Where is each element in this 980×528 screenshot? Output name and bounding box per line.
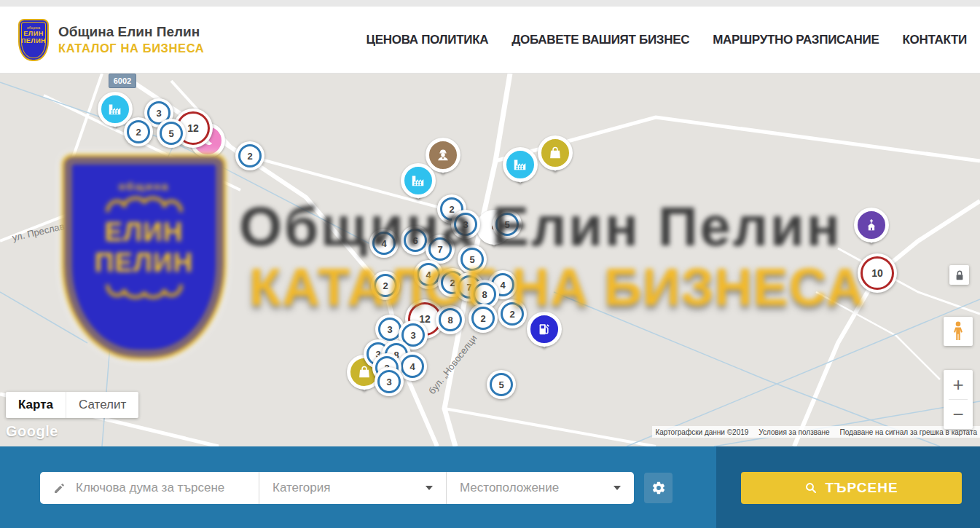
- cluster-count: 5: [498, 379, 503, 390]
- church-icon: [863, 217, 879, 233]
- zoom-in-button[interactable]: +: [944, 370, 973, 399]
- map-cluster[interactable]: 2: [469, 304, 498, 333]
- map-type-map-button[interactable]: Карта: [6, 392, 66, 418]
- attribution-terms-link[interactable]: Условия за ползване: [758, 428, 829, 436]
- site-title: Община Елин Пелин: [58, 23, 204, 41]
- map-attribution: Картографски данни ©2019 Условия за полз…: [652, 426, 980, 438]
- cluster-count: 3: [463, 219, 468, 230]
- advanced-search-button[interactable]: [644, 473, 673, 503]
- logo-line1: ЕЛИН: [20, 30, 47, 37]
- map-type-control: Карта Сателит: [6, 392, 138, 418]
- zoom-out-button[interactable]: −: [944, 400, 973, 429]
- brand-text: Община Елин Пелин КАТАЛОГ НА БИЗНЕСА: [58, 23, 204, 56]
- map-cluster[interactable]: 5: [493, 210, 522, 239]
- lock-icon: [954, 269, 965, 281]
- nav-add-business[interactable]: ДОБАВЕТЕ ВАШИЯТ БИЗНЕС: [511, 33, 689, 47]
- logo-line2: ПЕЛИН: [20, 37, 47, 44]
- cluster-count: 4: [426, 269, 431, 280]
- map-cluster[interactable]: 10: [858, 253, 897, 293]
- header: община ЕЛИН ПЕЛИН Община Елин Пелин КАТА…: [0, 7, 980, 74]
- cluster-count: 5: [168, 128, 173, 139]
- factory-icon: [512, 157, 528, 173]
- chevron-down-icon: [614, 486, 621, 490]
- factory-pin[interactable]: [401, 163, 436, 198]
- worker-icon: [435, 147, 451, 163]
- map-cluster[interactable]: 8: [436, 305, 465, 334]
- cluster-count: 2: [449, 204, 454, 215]
- category-select[interactable]: Категория: [259, 472, 446, 504]
- shopping-bag-pin[interactable]: [538, 135, 573, 170]
- street-view-pegman-button[interactable]: [944, 317, 973, 346]
- nav-route-schedule[interactable]: МАРШРУТНО РАЗПИСАНИЕ: [713, 33, 879, 47]
- attribution-copyright: Картографски данни ©2019: [655, 428, 748, 436]
- cluster-count: 2: [247, 151, 252, 162]
- attribution-report-link[interactable]: Подаване на сигнал за грешка в картата: [840, 428, 977, 436]
- nav-pricing-policy[interactable]: ЦЕНОВА ПОЛИТИКА: [366, 33, 489, 47]
- map-cluster[interactable]: 3: [375, 367, 404, 396]
- map-cluster[interactable]: 4: [369, 229, 399, 258]
- top-strip: [0, 0, 980, 7]
- category-select-value: Категория: [273, 481, 330, 495]
- cluster-count: 6: [412, 235, 418, 246]
- cluster-count: 5: [469, 254, 474, 265]
- cluster-count: 10: [871, 267, 883, 279]
- cluster-count: 12: [187, 122, 199, 134]
- site-subtitle: КАТАЛОГ НА БИЗНЕСА: [58, 41, 204, 56]
- location-select-value: Местоположение: [460, 481, 559, 495]
- factory-icon: [410, 173, 426, 189]
- cluster-count: 2: [480, 313, 485, 324]
- map-cluster[interactable]: 5: [157, 119, 186, 148]
- factory-icon: [107, 101, 123, 117]
- cluster-count: 2: [383, 280, 388, 291]
- nav-contacts[interactable]: КОНТАКТИ: [903, 33, 967, 47]
- cluster-count: 8: [447, 315, 452, 326]
- map-cluster[interactable]: 7: [426, 235, 455, 264]
- cluster-count: 8: [482, 289, 487, 300]
- map-cluster[interactable]: 2: [498, 299, 527, 328]
- map-cluster[interactable]: 5: [458, 245, 487, 274]
- cluster-count: 7: [437, 244, 442, 255]
- map-type-satellite-button[interactable]: Сателит: [66, 392, 138, 418]
- search-icon: [804, 481, 818, 494]
- chevron-down-icon: [426, 486, 433, 490]
- shopping-bag-icon: [356, 364, 372, 380]
- cluster-count: 3: [410, 330, 415, 341]
- gear-icon: [651, 481, 666, 495]
- main-nav: ЦЕНОВА ПОЛИТИКА ДОБАВЕТЕ ВАШИЯТ БИЗНЕС М…: [366, 33, 967, 47]
- cluster-count: 5: [504, 219, 509, 230]
- search-submit-button[interactable]: ТЪРСЕНЕ: [741, 472, 962, 504]
- pegman-icon: [950, 320, 966, 342]
- map-cluster[interactable]: 2: [124, 117, 153, 146]
- search-input-group: Категория Местоположение: [40, 472, 634, 504]
- keyword-section: [40, 472, 259, 504]
- map-canvas[interactable]: 6002 3122522356475104242782212833384335у…: [0, 74, 980, 446]
- cluster-count: 4: [381, 238, 386, 249]
- cluster-count: 3: [387, 324, 392, 335]
- cluster-count: 3: [386, 377, 391, 387]
- search-bar: Категория Местоположение ТЪРСЕНЕ: [0, 446, 980, 528]
- google-logo[interactable]: Google: [6, 423, 58, 440]
- road-number-badge: 6002: [109, 74, 136, 88]
- search-submit-label: ТЪРСЕНЕ: [825, 480, 898, 496]
- municipality-logo[interactable]: община ЕЛИН ПЕЛИН: [18, 19, 49, 61]
- cluster-count: 2: [509, 309, 514, 320]
- factory-pin[interactable]: [503, 147, 538, 182]
- pencil-icon: [53, 482, 66, 494]
- map-cluster[interactable]: 2: [235, 141, 264, 170]
- lock-button[interactable]: [949, 265, 969, 285]
- cluster-count: 2: [136, 127, 141, 138]
- shopping-bag-icon: [547, 145, 563, 161]
- map-cluster[interactable]: 5: [487, 370, 516, 399]
- church-pin[interactable]: [854, 208, 889, 243]
- cluster-count: 4: [409, 361, 415, 372]
- map-cluster[interactable]: 2: [371, 271, 400, 300]
- location-select[interactable]: Местоположение: [446, 472, 634, 504]
- fuel-pin[interactable]: [527, 312, 562, 347]
- cluster-count: 3: [156, 108, 161, 119]
- map-cluster[interactable]: 3: [451, 210, 480, 239]
- cluster-count: 4: [500, 280, 505, 291]
- zoom-control: + −: [944, 370, 973, 429]
- fuel-icon: [536, 321, 552, 337]
- keyword-search-input[interactable]: [74, 480, 248, 496]
